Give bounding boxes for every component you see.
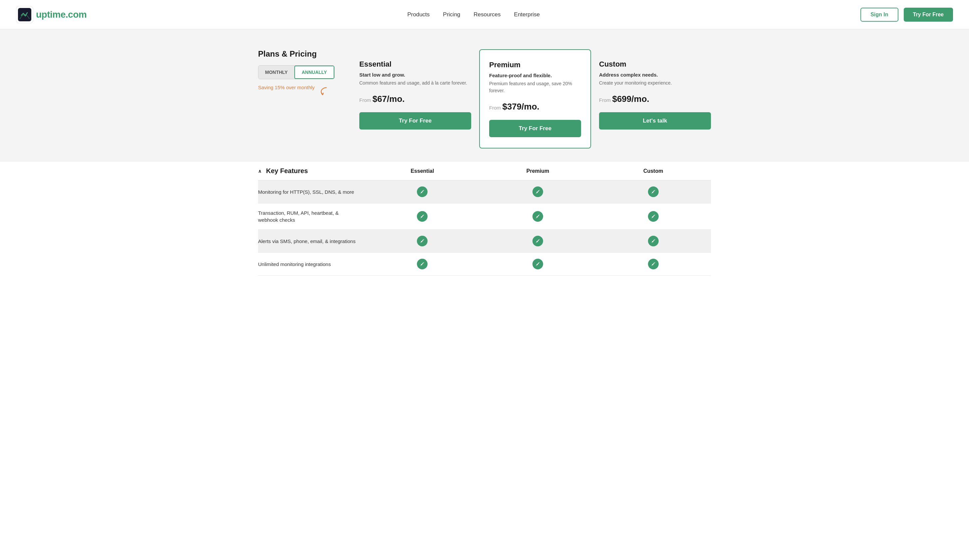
feature-row: Monitoring for HTTP(S), SSL, DNS, & more <box>258 180 711 203</box>
feature-checks <box>365 259 711 269</box>
pricing-grid: Plans & Pricing MONTHLY ANNUALLY Saving … <box>258 49 711 148</box>
features-section-title: ∧ Key Features <box>258 167 365 175</box>
custom-plan-price: From $699/mo. <box>599 94 711 104</box>
essential-check <box>365 259 480 269</box>
custom-check <box>595 259 711 269</box>
arrow-icon <box>317 85 329 97</box>
try-free-nav-button[interactable]: Try For Free <box>904 8 953 22</box>
monthly-toggle[interactable]: MONTHLY <box>258 66 295 79</box>
nav-enterprise[interactable]: Enterprise <box>514 11 540 18</box>
plans-title: Plans & Pricing <box>258 49 351 58</box>
check-icon <box>417 259 428 269</box>
feature-checks <box>365 211 711 222</box>
check-icon <box>648 259 659 269</box>
nav-resources[interactable]: Resources <box>473 11 501 18</box>
annually-toggle[interactable]: ANNUALLY <box>295 66 334 79</box>
check-icon <box>533 236 543 246</box>
essential-check <box>365 211 480 222</box>
navbar: uptime.com Products Pricing Resources En… <box>0 0 969 29</box>
sign-in-button[interactable]: Sign In <box>861 8 898 22</box>
feature-name: Alerts via SMS, phone, email, & integrat… <box>258 238 365 245</box>
custom-lets-talk-button[interactable]: Let's talk <box>599 112 711 130</box>
premium-plan-desc: Premium features and usage, save 20% for… <box>489 80 581 94</box>
logo-text: uptime.com <box>36 9 87 20</box>
custom-plan-desc: Create your monitoring experience. <box>599 80 711 86</box>
premium-check <box>480 236 596 246</box>
feature-name: Monitoring for HTTP(S), SSL, DNS, & more <box>258 188 365 195</box>
essential-plan-tagline: Start low and grow. <box>359 72 471 78</box>
logo[interactable]: uptime.com <box>16 6 87 23</box>
saving-text: Saving 15% over monthly <box>258 85 351 97</box>
features-header: ∧ Key Features Essential Premium Custom <box>258 162 711 180</box>
features-col-premium: Premium <box>480 168 596 174</box>
premium-check <box>480 211 596 222</box>
essential-plan-name: Essential <box>359 60 471 68</box>
premium-plan-tagline: Feature-proof and flexible. <box>489 73 581 78</box>
essential-plan-price: From $67/mo. <box>359 94 471 104</box>
check-icon <box>533 259 543 269</box>
nav-pricing[interactable]: Pricing <box>443 11 460 18</box>
plans-label: Plans & Pricing MONTHLY ANNUALLY Saving … <box>258 49 351 97</box>
essential-check <box>365 236 480 246</box>
premium-try-free-button[interactable]: Try For Free <box>489 120 581 137</box>
feature-checks <box>365 236 711 246</box>
custom-plan-name: Custom <box>599 60 711 68</box>
essential-check <box>365 186 480 197</box>
check-icon <box>648 211 659 222</box>
features-section: ∧ Key Features Essential Premium Custom … <box>258 162 711 276</box>
nav-actions: Sign In Try For Free <box>861 8 953 22</box>
billing-toggle: MONTHLY ANNUALLY <box>258 65 335 79</box>
custom-check <box>595 186 711 197</box>
feature-name: Transaction, RUM, API, heartbeat, & webh… <box>258 209 365 223</box>
premium-plan-card: Premium Feature-proof and flexible. Prem… <box>479 49 591 148</box>
essential-try-free-button[interactable]: Try For Free <box>359 112 471 130</box>
nav-links: Products Pricing Resources Enterprise <box>407 11 540 18</box>
check-icon <box>417 211 428 222</box>
premium-plan-name: Premium <box>489 61 581 69</box>
feature-checks <box>365 186 711 197</box>
feature-row: Alerts via SMS, phone, email, & integrat… <box>258 230 711 253</box>
check-icon <box>648 236 659 246</box>
essential-plan-desc: Common features and usage, add à la cart… <box>359 80 471 86</box>
check-icon <box>533 211 543 222</box>
premium-check <box>480 259 596 269</box>
chevron-up-icon: ∧ <box>258 168 261 174</box>
custom-check <box>595 236 711 246</box>
pricing-section: Plans & Pricing MONTHLY ANNUALLY Saving … <box>0 29 969 162</box>
custom-check <box>595 211 711 222</box>
check-icon <box>417 186 428 197</box>
feature-row: Transaction, RUM, API, heartbeat, & webh… <box>258 203 711 230</box>
logo-icon <box>16 6 33 23</box>
nav-products[interactable]: Products <box>407 11 430 18</box>
custom-plan-card: Custom Address complex needs. Create you… <box>599 49 711 140</box>
features-col-headers: Essential Premium Custom <box>365 168 711 174</box>
premium-check <box>480 186 596 197</box>
check-icon <box>648 186 659 197</box>
premium-plan-price: From $379/mo. <box>489 101 581 112</box>
feature-row: Unlimited monitoring integrations <box>258 253 711 276</box>
features-wrapper: ∧ Key Features Essential Premium Custom … <box>0 162 969 296</box>
check-icon <box>417 236 428 246</box>
custom-plan-tagline: Address complex needs. <box>599 72 711 78</box>
essential-plan-card: Essential Start low and grow. Common fea… <box>359 49 471 140</box>
features-col-custom: Custom <box>595 168 711 174</box>
check-icon <box>533 186 543 197</box>
features-col-essential: Essential <box>365 168 480 174</box>
feature-name: Unlimited monitoring integrations <box>258 261 365 268</box>
